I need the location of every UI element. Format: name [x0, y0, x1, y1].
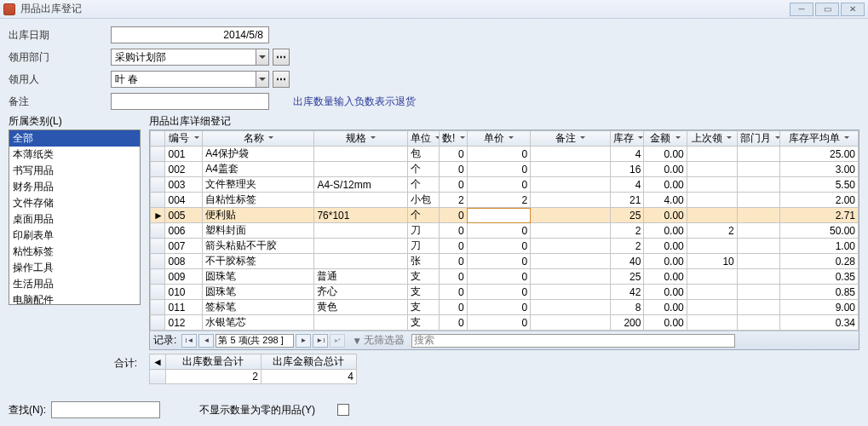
remark-label: 备注 — [9, 95, 111, 109]
category-item[interactable]: 生活用品 — [9, 276, 140, 292]
totals-amt-header[interactable]: 出库金额合总计 — [261, 354, 356, 370]
table-row[interactable]: 001A4保护袋包0040.0025.00 — [151, 147, 859, 162]
person-more-button[interactable]: ⋯ — [273, 71, 290, 88]
app-icon — [3, 3, 15, 15]
totals-grid: ◄ 出库数量合计 出库金额合总计 2 4 — [149, 354, 357, 384]
person-combo[interactable] — [111, 71, 256, 88]
totals-label: 合计: — [9, 354, 141, 371]
table-row[interactable]: 008不干胶标签张00400.00100.28 — [151, 254, 859, 269]
col-header[interactable]: 规格 — [314, 131, 407, 147]
col-header[interactable]: 单位 — [407, 131, 439, 147]
col-header[interactable]: 名称 — [203, 131, 314, 147]
nav-new-button: ▸* — [330, 334, 345, 348]
category-item[interactable]: 粘性标签 — [9, 244, 140, 260]
category-item[interactable]: 桌面用品 — [9, 211, 140, 227]
category-item[interactable]: 书写用品 — [9, 163, 140, 179]
date-label: 出库日期 — [9, 28, 111, 43]
nav-position[interactable] — [216, 334, 294, 348]
nav-prev-button[interactable]: ◄ — [198, 334, 214, 348]
find-label: 查找(N): — [9, 403, 46, 417]
hide-zero-checkbox[interactable] — [337, 404, 349, 416]
category-item[interactable]: 印刷表单 — [9, 227, 140, 244]
totals-amt-value: 4 — [261, 370, 356, 384]
col-header[interactable]: 库存平均单 — [780, 131, 859, 147]
table-row[interactable]: 003文件整理夹A4-S/12mm个0040.005.50 — [151, 177, 859, 193]
hint-text: 出库数量输入负数表示退货 — [293, 95, 416, 109]
nav-last-button[interactable]: ►I — [313, 334, 328, 348]
category-item[interactable]: 财务用品 — [9, 179, 140, 195]
find-input[interactable] — [51, 401, 160, 418]
table-row[interactable]: ►005便利贴76*101个0250.002.71 — [151, 208, 859, 223]
table-row[interactable]: 004自粘性标签小包22214.002.00 — [151, 193, 859, 208]
table-row[interactable]: 009圆珠笔普通支00250.000.35 — [151, 269, 859, 285]
totals-qty-header[interactable]: 出库数量合计 — [165, 354, 261, 370]
close-button[interactable]: ✕ — [841, 3, 865, 16]
dept-dropdown-button[interactable] — [256, 49, 269, 66]
col-header[interactable]: 部门月 — [737, 131, 779, 147]
col-header[interactable]: 编号 — [165, 131, 203, 147]
nav-search-input[interactable] — [411, 334, 735, 348]
data-grid[interactable]: 编号 名称 规格 单位 数! 单价 备注 库存 金额 上次领 部门月 库存平均单… — [149, 130, 859, 350]
person-label: 领用人 — [9, 72, 111, 87]
date-input[interactable] — [111, 26, 269, 43]
col-header[interactable]: 库存 — [611, 131, 644, 147]
window-title: 用品出库登记 — [20, 2, 790, 16]
table-row[interactable]: 007箭头粘贴不干胶刀0020.001.00 — [151, 239, 859, 254]
remark-input[interactable] — [111, 93, 269, 110]
table-row[interactable]: 011签标笔黄色支0080.009.00 — [151, 300, 859, 315]
category-item[interactable]: 电脑配件 — [9, 292, 140, 305]
minimize-button[interactable]: ─ — [790, 3, 813, 16]
maximize-button[interactable]: ▭ — [815, 3, 839, 16]
col-header[interactable]: 上次领 — [687, 131, 737, 147]
table-row[interactable]: 010圆珠笔齐心支00420.000.85 — [151, 285, 859, 300]
dept-combo[interactable] — [111, 49, 256, 66]
col-header[interactable]: 备注 — [531, 131, 611, 147]
dept-more-button[interactable]: ⋯ — [273, 49, 290, 66]
hide-zero-label: 不显示数量为零的用品(Y) — [199, 403, 315, 417]
category-item[interactable]: 文件存储 — [9, 195, 140, 211]
category-label: 所属类别(L) — [9, 114, 141, 129]
col-header[interactable]: 金额 — [644, 131, 687, 147]
nav-label: 记录: — [153, 333, 176, 348]
nav-nofilter: ▼无筛选器 — [352, 333, 405, 348]
nav-next-button[interactable]: ► — [296, 334, 311, 348]
category-item[interactable]: 本薄纸类 — [9, 147, 140, 163]
col-header[interactable]: 单价 — [467, 131, 530, 147]
totals-qty-value: 2 — [165, 370, 261, 384]
person-dropdown-button[interactable] — [256, 71, 269, 88]
category-list[interactable]: 全部本薄纸类书写用品财务用品文件存储桌面用品印刷表单粘性标签操作工具生活用品电脑… — [9, 130, 141, 305]
filter-icon: ▼ — [352, 335, 362, 347]
category-item[interactable]: 操作工具 — [9, 260, 140, 276]
dept-label: 领用部门 — [9, 50, 111, 65]
category-item[interactable]: 全部 — [9, 130, 140, 147]
table-row[interactable]: 006塑料封面刀0020.00250.00 — [151, 223, 859, 239]
table-row[interactable]: 002A4盖套个00160.003.00 — [151, 162, 859, 177]
col-header[interactable]: 数! — [439, 131, 467, 147]
grid-label: 用品出库详细登记 — [149, 114, 859, 129]
table-row[interactable]: 012水银笔芯支002000.000.34 — [151, 315, 859, 331]
nav-first-button[interactable]: I◄ — [181, 334, 197, 348]
